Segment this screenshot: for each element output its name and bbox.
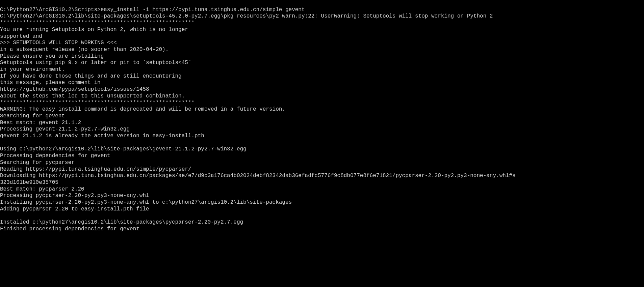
- terminal-line: about the steps that led to this unsuppo…: [0, 93, 644, 100]
- terminal-line: If you have done those things and are st…: [0, 73, 644, 80]
- terminal-line: Using c:\python27\arcgis10.2\lib\site-pa…: [0, 146, 644, 153]
- terminal-line: Installing pycparser-2.20-py2.py3-none-a…: [0, 199, 644, 206]
- terminal-line: this message, please comment in: [0, 80, 644, 86]
- terminal-line: >>> SETUPTOOLS WILL STOP WORKING <<<: [0, 40, 644, 47]
- terminal-output[interactable]: C:\Python27\ArcGIS10.2\Scripts>easy_inst…: [0, 0, 644, 233]
- terminal-line: Processing pycparser-2.20-py2.py3-none-a…: [0, 193, 644, 199]
- terminal-line: C:\Python27\ArcGIS10.2\lib\site-packages…: [0, 13, 644, 20]
- terminal-line: Best match: gevent 21.1.2: [0, 120, 644, 126]
- terminal-line: Finished processing dependencies for gev…: [0, 226, 644, 233]
- terminal-line: supported and: [0, 33, 644, 40]
- terminal-line: https://github.com/pypa/setuptools/issue…: [0, 86, 644, 93]
- terminal-line: in your environment.: [0, 66, 644, 73]
- terminal-line: Searching for gevent: [0, 113, 644, 120]
- terminal-line: [0, 140, 644, 146]
- terminal-line: Searching for pycparser: [0, 160, 644, 166]
- terminal-line: WARNING: The easy_install command is dep…: [0, 106, 644, 113]
- terminal-line: gevent 21.1.2 is already the active vers…: [0, 133, 644, 140]
- terminal-line: Please ensure you are installing: [0, 53, 644, 60]
- terminal-line: Downloading https://pypi.tuna.tsinghua.e…: [0, 173, 644, 179]
- terminal-line: C:\Python27\ArcGIS10.2\Scripts>easy_inst…: [0, 7, 644, 13]
- terminal-line: 323d101be910e35705: [0, 179, 644, 186]
- terminal-line: Processing gevent-21.1.2-py2.7-win32.egg: [0, 126, 644, 133]
- terminal-line: Best match: pycparser 2.20: [0, 186, 644, 193]
- terminal-line: ****************************************…: [0, 100, 644, 107]
- terminal-line: Adding pycparser 2.20 to easy-install.pt…: [0, 206, 644, 213]
- terminal-line: [0, 213, 644, 220]
- terminal-line: Processing dependencies for gevent: [0, 153, 644, 160]
- terminal-line: Reading https://pypi.tuna.tsinghua.edu.c…: [0, 166, 644, 173]
- terminal-line: in a subsequent release (no sooner than …: [0, 47, 644, 53]
- terminal-line: [0, 0, 644, 7]
- terminal-line: Installed c:\python27\arcgis10.2\lib\sit…: [0, 219, 644, 226]
- terminal-line: ****************************************…: [0, 20, 644, 27]
- terminal-line: You are running Setuptools on Python 2, …: [0, 27, 644, 33]
- terminal-line: Setuptools using pip 9.x or later or pin…: [0, 60, 644, 66]
